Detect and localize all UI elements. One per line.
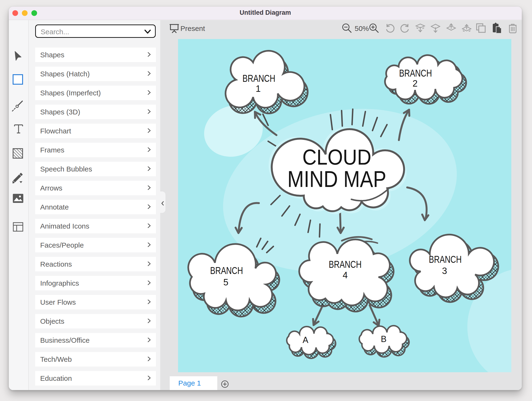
- svg-text:BRANCH: BRANCH: [329, 259, 361, 270]
- svg-text:A: A: [303, 335, 308, 345]
- svg-text:1: 1: [256, 84, 260, 94]
- svg-text:3: 3: [442, 266, 447, 276]
- svg-text:5: 5: [223, 277, 228, 287]
- svg-text:BRANCH: BRANCH: [210, 265, 243, 276]
- svg-text:2: 2: [412, 78, 418, 89]
- svg-text:MIND MAP: MIND MAP: [287, 166, 386, 192]
- svg-text:CLOUD: CLOUD: [302, 145, 371, 169]
- svg-text:4: 4: [342, 270, 348, 280]
- svg-text:B: B: [381, 334, 386, 344]
- svg-text:BRANCH: BRANCH: [399, 68, 432, 79]
- svg-text:BRANCH: BRANCH: [242, 73, 275, 84]
- svg-text:BRANCH: BRANCH: [429, 254, 462, 265]
